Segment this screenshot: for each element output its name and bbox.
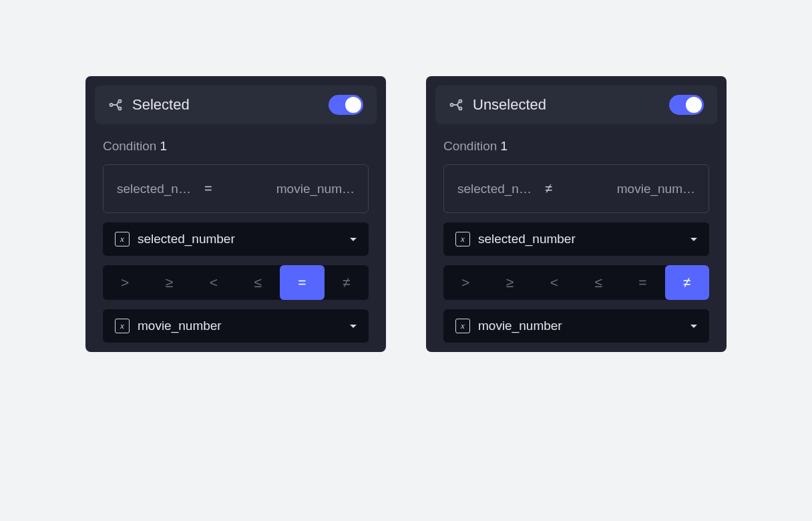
variable-b-label: movie_number (478, 319, 682, 333)
expression-lhs: selected_n… (117, 182, 191, 196)
variable-b-label: movie_number (138, 319, 342, 333)
operator-neq-button[interactable]: ≠ (665, 265, 709, 300)
chevron-down-icon (350, 325, 357, 328)
operator-neq-button[interactable]: ≠ (325, 265, 369, 300)
svg-point-0 (110, 104, 113, 106)
expression-preview: selected_n… ≠ movie_num… (443, 164, 709, 213)
expression-preview: selected_n… = movie_num… (103, 164, 369, 213)
operator-lt-button[interactable]: < (192, 265, 236, 300)
branch-icon (108, 98, 123, 112)
operator-gte-button[interactable]: ≥ (487, 265, 532, 300)
expression-lhs: selected_n… (457, 182, 532, 196)
operator-gt-button[interactable]: > (103, 265, 147, 300)
expression-rhs: movie_num… (226, 182, 355, 196)
operator-row: > ≥ < ≤ = ≠ (443, 265, 709, 300)
variable-a-label: selected_number (138, 232, 342, 246)
operator-eq-button[interactable]: = (620, 265, 664, 300)
svg-point-3 (451, 104, 453, 106)
variable-a-dropdown[interactable]: x selected_number (103, 222, 369, 256)
variable-icon: x (455, 232, 470, 246)
variable-a-label: selected_number (478, 232, 682, 246)
operator-lte-button[interactable]: ≤ (576, 265, 620, 300)
operator-lte-button[interactable]: ≤ (236, 265, 280, 300)
chevron-down-icon (690, 238, 697, 241)
operator-eq-button[interactable]: = (280, 265, 324, 300)
condition-label: Condition 1 (95, 134, 377, 155)
toggle-switch[interactable] (329, 95, 363, 115)
operator-row: > ≥ < ≤ = ≠ (103, 265, 369, 300)
variable-b-dropdown[interactable]: x movie_number (443, 309, 709, 343)
variable-icon: x (455, 319, 470, 333)
toggle-switch[interactable] (669, 95, 704, 115)
condition-panel: Selected Condition 1 selected_n… = movie… (85, 76, 386, 352)
variable-a-dropdown[interactable]: x selected_number (443, 222, 709, 256)
toggle-knob (686, 97, 702, 113)
operator-gte-button[interactable]: ≥ (147, 265, 191, 300)
expression-operator: ≠ (540, 181, 558, 196)
operator-lt-button[interactable]: < (532, 265, 576, 300)
panel-title: Unselected (473, 96, 660, 114)
condition-label: Condition 1 (435, 134, 717, 155)
panel-header: Unselected (435, 85, 717, 124)
expression-rhs: movie_num… (566, 182, 695, 196)
variable-icon: x (115, 319, 130, 333)
variable-b-dropdown[interactable]: x movie_number (103, 309, 369, 343)
chevron-down-icon (690, 325, 697, 328)
branch-icon (449, 98, 463, 112)
toggle-knob (345, 97, 361, 113)
variable-icon: x (115, 232, 130, 246)
operator-gt-button[interactable]: > (443, 265, 487, 300)
expression-operator: = (199, 181, 218, 196)
panel-title: Selected (132, 96, 319, 114)
panel-header: Selected (95, 85, 377, 124)
chevron-down-icon (350, 238, 357, 241)
condition-panel: Unselected Condition 1 selected_n… ≠ mov… (426, 76, 727, 352)
